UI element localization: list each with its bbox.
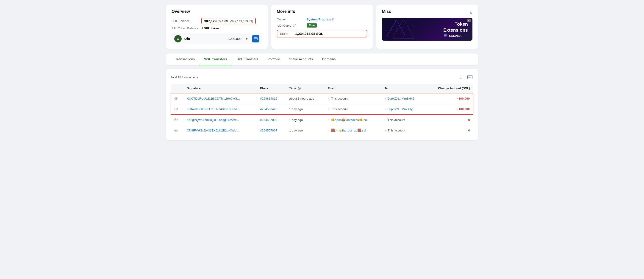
is-on-curve-label: isOnCurve i [277,24,307,27]
svg-point-15 [176,119,176,120]
tab-stake-accounts[interactable]: Stake Accounts [284,54,318,66]
misc-title: Misc [382,9,391,14]
more-info-title: More info [277,9,368,14]
table-section: Total 18 transactions CSV [166,69,478,140]
time-cell: about 3 hours ago [286,93,325,104]
solana-logo: SOLANA [443,34,468,38]
signature-link[interactable]: CN8fFVHSx9jA31ZX51U2B2pvXwU... [187,129,239,132]
svg-marker-3 [393,19,415,38]
svg-rect-1 [256,39,257,39]
amount-cell: - 100,000 [426,93,473,104]
time-cell: 1 day ago [286,125,325,136]
ad-text: TokenExtensions [443,21,468,33]
eye-icon[interactable] [174,107,178,111]
transactions-table: Signature Block Time From To Change [171,84,473,136]
wallet-icon[interactable] [252,35,260,42]
ad-banner: TokenExtensions SOLANA Ad [382,18,472,40]
table-actions: CSV [457,74,473,80]
svg-line-5 [382,24,418,32]
table-header-row: Total 18 transactions CSV [171,74,473,80]
eye-icon[interactable] [174,96,178,100]
token-icon: A [174,35,182,42]
copy-from-icon[interactable]: ⎘ [328,108,330,110]
copy-from-icon[interactable]: ⎘ [328,129,330,132]
tab-sol-transfers[interactable]: SOL Transfers [199,54,232,66]
owner-label: Owner [277,18,307,21]
svg-marker-4 [384,22,406,40]
svg-line-6 [386,18,411,40]
from-cell: ⎘ This account [325,93,382,104]
from-link[interactable]: 👊open📦lootboxes👊.sol [331,118,368,122]
stake-value: 1,234,213.98 SOL [295,32,324,36]
time-cell: 1 day ago [286,104,325,114]
copy-icon[interactable]: ⎘ [332,18,335,21]
spl-token-row: SPL Token Balance 1 SPL token [172,26,262,30]
to-cell: ⎘ 5upKZN...MmBHy5 [382,93,426,104]
to-link[interactable]: 5upKZN...MmBHy5 [388,108,414,111]
tab-spl-transfers[interactable]: SPL Transfers [232,54,263,66]
is-on-curve-badge: True [307,24,317,28]
overview-card: Overview SOL Balance 387,129.82 SOL ($77… [166,4,268,49]
copy-to-icon[interactable]: ⎘ [384,97,386,100]
filter-icon[interactable] [457,74,464,80]
sol-balance-box: 387,129.82 SOL ($77,143,359.33) [201,18,256,24]
from-cell: ⎘ 👊open📦lootboxes👊.sol [325,114,382,125]
misc-header: Misc ✎ [382,9,472,18]
copy-to-icon[interactable]: ⎘ [384,129,386,132]
copy-to-icon[interactable]: ⎘ [384,108,386,110]
from-cell: ⎘ This account [325,104,382,114]
block-link[interactable]: #254508423 [260,108,277,111]
col-from: From [325,84,382,93]
is-on-curve-info-icon[interactable]: i [293,24,296,27]
edit-icon[interactable]: ✎ [470,11,472,16]
amount-cell: 0 [426,125,473,136]
col-time: Time [286,84,325,93]
signature-link[interactable]: KUCTDpRUUwD2t8CDTMtLiHo7wG... [187,97,240,100]
token-name: Arbr [184,37,190,40]
stake-box: Stake 1,234,213.98 SOL [277,30,368,38]
copy-from-icon[interactable]: ⎘ [328,97,330,100]
eye-icon[interactable] [174,128,178,132]
block-link[interactable]: #254507093 [260,118,277,122]
owner-value[interactable]: System Program [307,18,331,21]
tabs-bar: Transactions SOL Transfers SPL Transfers… [166,54,478,66]
copy-from-icon[interactable]: ⎘ [328,118,330,121]
dropdown-icon[interactable]: ▼ [245,37,248,40]
token-amount: 1,000,000 [227,37,242,40]
table-row: CN8fFVHSx9jA31ZX51U2B2pvXwU...#254507067… [171,125,473,136]
to-cell: ⎘ This account [382,125,426,136]
from-value: This account [331,108,348,111]
tab-domains[interactable]: Domains [318,54,340,66]
token-row: A Arbr 1,000,000 ▼ [172,33,262,44]
sol-balance-value: 387,129.82 SOL [204,19,229,23]
from-value: This account [331,97,348,100]
col-amount: Change Amount (SOL) [426,84,473,93]
col-signature: Signature [184,84,257,93]
tab-portfolio[interactable]: Portfolio [263,54,284,66]
to-value: This account [388,118,405,122]
amount-cell: - 100,000 [426,104,473,114]
block-link[interactable]: #254814815 [260,97,277,100]
owner-row: Owner System Program ⎘ [277,18,368,21]
sol-balance-row: SOL Balance 387,129.82 SOL ($77,143,359.… [172,18,262,24]
time-clock-icon [298,87,301,90]
table-row: 5qTgPQwKkYmRQkETbeqgE6MAw...#2545070931 … [171,114,473,125]
eye-icon[interactable] [174,118,178,122]
table-row: KUCTDpRUUwD2t8CDTMtLiHo7wG...#254814815a… [171,93,473,104]
from-link[interactable]: 🟫on👆flip_dot_gg🟫.sol [331,128,366,132]
svg-point-17 [176,130,176,131]
sol-balance-label: SOL Balance [172,19,201,23]
signature-link[interactable]: 3ufbxmc9XDPt6EzLHZz4Rx9FYX1A... [187,108,240,111]
sol-balance-usd: ($77,143,359.33) [230,20,253,23]
copy-to-icon[interactable]: ⎘ [384,118,386,121]
to-cell: ⎘ 5upKZN...MmBHy5 [382,104,426,114]
spl-token-label: SPL Token Balance [172,26,201,30]
csv-icon[interactable]: CSV [466,74,473,80]
block-link[interactable]: #254507067 [260,129,277,132]
signature-link[interactable]: 5qTgPQwKkYmRQkETbeqgE6MAw... [187,118,239,122]
stake-label: Stake [280,32,292,36]
to-cell: ⎘ This account [382,114,426,125]
col-to: To [382,84,426,93]
to-link[interactable]: 5upKZN...MmBHy5 [388,97,414,100]
tab-transactions[interactable]: Transactions [171,54,199,66]
